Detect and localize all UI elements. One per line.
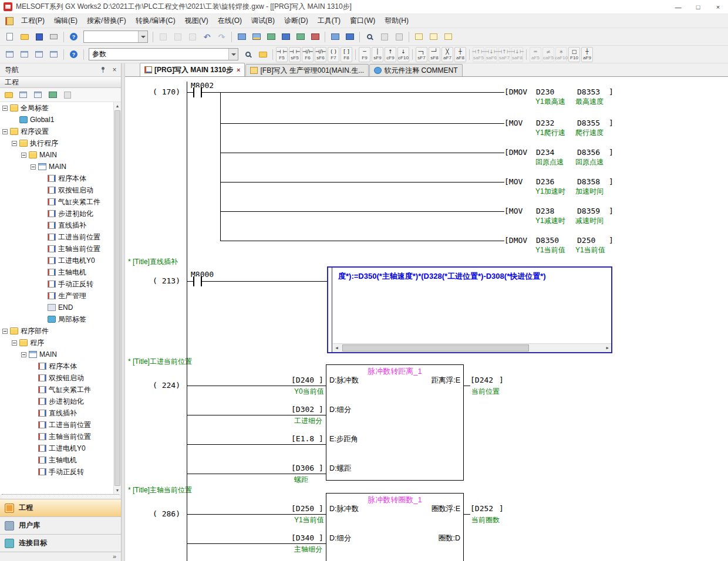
ladder-entry-sF7[interactable]: ─┐sF7 <box>416 47 427 62</box>
tree-item[interactable]: 工进电机Y0 <box>0 255 121 266</box>
menu-item[interactable]: 搜索/替换(F) <box>82 13 131 28</box>
instruction-source-operand[interactable]: D232 <box>536 119 554 128</box>
ladder-entry-sF9[interactable]: │sF9 <box>372 47 383 62</box>
copy-icon[interactable] <box>171 31 184 43</box>
tree-filter-icon[interactable] <box>60 89 74 102</box>
panel-expander[interactable]: » <box>0 552 121 561</box>
cross-reference-icon[interactable] <box>378 31 391 43</box>
instruction-source-operand[interactable]: D236 <box>536 177 554 187</box>
tree-item[interactable]: 主轴当前位置 <box>0 431 121 442</box>
instruction-dest-operand[interactable]: D8355 <box>577 119 600 128</box>
fb-input-operand[interactable]: D340 <box>291 533 314 543</box>
tree-expander[interactable] <box>31 164 36 170</box>
tree-expander[interactable] <box>21 153 26 158</box>
tab-fb-program[interactable]: [FB]写入 生产管理001(MAIN.生... <box>245 64 369 76</box>
menu-item[interactable]: 视图(V) <box>180 13 213 28</box>
nav-tab-user-library[interactable]: 用户库 <box>0 516 121 534</box>
tree-item[interactable]: 主轴当前位置 <box>0 243 121 255</box>
instruction-source-operand[interactable]: D238 <box>536 207 554 216</box>
ladder-entry-saF5[interactable]: ⊣↑⊢saF5 <box>473 47 484 62</box>
instruction-opcode[interactable]: MOV <box>504 207 523 216</box>
menu-item[interactable]: 编辑(E) <box>49 13 82 28</box>
scrollbar-thumb[interactable] <box>114 110 120 486</box>
parameter-combo[interactable]: 参数 <box>89 48 238 60</box>
docking-help-icon[interactable]: ? <box>67 48 80 61</box>
fb-input-operand[interactable]: D306 <box>291 464 314 473</box>
instruction-dest-operand[interactable]: D8356 <box>577 148 600 157</box>
tree-item[interactable]: 工进电机Y0 <box>0 442 121 454</box>
print-icon[interactable] <box>47 31 60 43</box>
tree-display-icon[interactable] <box>31 89 45 102</box>
scroll-up-icon[interactable]: ▲ <box>114 102 121 110</box>
function-block[interactable]: 脉冲数转距离_1 距离浮:E D:脉冲数D:细分E:步距角D:螺距 <box>326 364 464 481</box>
tree-refresh-icon[interactable] <box>46 89 59 102</box>
instruction-dest-operand[interactable]: D8353 <box>577 87 600 97</box>
tree-item[interactable]: 工进当前位置 <box>0 419 121 431</box>
menu-item[interactable]: 工具(T) <box>313 13 345 28</box>
tree-item[interactable]: 生产管理 <box>0 290 121 302</box>
tree-item[interactable]: 气缸夹紧工件 <box>0 384 121 396</box>
ladder-entry-sF8[interactable]: ─┘sF8 <box>429 47 440 62</box>
scroll-right-icon[interactable]: ▶ <box>604 344 611 352</box>
open-project-icon[interactable] <box>18 31 31 43</box>
ladder-entry-aF8[interactable]: ┼aF8 <box>454 47 466 62</box>
tree-item[interactable]: 手动正反转 <box>0 466 121 478</box>
fb-input-operand[interactable]: E1.8 <box>291 434 314 444</box>
tree-item[interactable]: 程序 <box>0 337 121 349</box>
tree-item[interactable]: 程序部件 <box>0 325 121 337</box>
ladder-entry-F5[interactable]: ⊣ ⊢F5 <box>276 47 288 62</box>
tab-close-icon[interactable]: × <box>237 66 240 73</box>
instruction-dest-operand[interactable]: D250 <box>577 236 595 245</box>
scroll-left-icon[interactable]: ◀ <box>333 344 341 352</box>
monitor-stop-icon[interactable] <box>308 31 322 43</box>
instruction-opcode[interactable]: DMOV <box>504 236 527 245</box>
fb-input-operand[interactable]: D240 <box>291 376 314 385</box>
tree-item[interactable]: 双按钮启动 <box>0 184 121 196</box>
element-selection-window-icon[interactable] <box>18 48 31 61</box>
scrollbar-thumb[interactable] <box>342 344 529 352</box>
plc-verify-icon[interactable] <box>264 31 278 43</box>
close-panel-icon[interactable]: × <box>110 66 119 74</box>
ladder-entry-F10[interactable]: □F10 <box>568 47 580 62</box>
tree-item[interactable]: 主轴电机 <box>0 454 121 466</box>
tree-item[interactable]: 步进初始化 <box>0 396 121 407</box>
ladder-entry-F8[interactable]: [ ]F8 <box>341 47 352 62</box>
tree-item[interactable]: 直线插补 <box>0 407 121 419</box>
entry-data-monitor-icon[interactable] <box>343 31 356 43</box>
ladder-editor[interactable]: ( 170) M8002 * [Title]直线插补 ( 213) M8000 … <box>125 77 728 561</box>
device-find-icon[interactable] <box>241 48 255 61</box>
open-header-icon[interactable] <box>256 48 269 61</box>
paste-icon[interactable] <box>186 31 199 43</box>
pin-icon[interactable] <box>100 66 107 73</box>
close-icon[interactable]: × <box>708 0 728 14</box>
ladder-entry-cF10[interactable]: ↓cF10 <box>397 47 409 62</box>
minimize-icon[interactable]: — <box>668 0 688 14</box>
instruction-opcode[interactable]: MOV <box>504 119 523 128</box>
ladder-entry-saF6[interactable]: ⊣↓⊢saF6 <box>486 47 497 62</box>
output-window-icon[interactable] <box>32 48 46 61</box>
function-block[interactable]: 脉冲数转圈数_1 圈数浮:E 圈数:D D:脉冲数D:细分 <box>326 493 464 561</box>
statement-display-icon[interactable] <box>427 31 440 43</box>
no-contact-symbol[interactable] <box>193 276 202 286</box>
device-list-icon[interactable] <box>392 31 406 43</box>
help-icon[interactable]: ? <box>67 31 80 43</box>
tree-expander[interactable] <box>21 352 26 357</box>
note-display-icon[interactable] <box>441 31 455 43</box>
redo-icon[interactable]: ↷ <box>215 31 228 43</box>
instruction-opcode[interactable]: DMOV <box>504 148 527 157</box>
ladder-entry-caF5[interactable]: ≠caF5 <box>542 47 554 62</box>
inline-st-box[interactable]: 度*):=D350(*主轴速度*)*(D328(*工进位置*)-D308(*快进… <box>327 266 612 353</box>
save-project-icon[interactable] <box>32 31 46 43</box>
ladder-entry-sF6[interactable]: ⊣/⊢sF6 <box>315 47 326 62</box>
ladder-entry-F6[interactable]: ⊣/⊢F6 <box>302 47 314 62</box>
fb-input-operand[interactable]: D302 <box>291 405 314 414</box>
ladder-entry-aF7[interactable]: ╳aF7 <box>441 47 453 62</box>
tree-item[interactable]: 步进初始化 <box>0 208 121 219</box>
tree-item[interactable]: END <box>0 302 121 313</box>
fb-output-operand[interactable]: D252 <box>470 504 493 513</box>
tree-item[interactable]: 程序本体 <box>0 173 121 184</box>
device-batch-monitor-icon[interactable] <box>328 31 342 43</box>
monitor-start-icon[interactable] <box>294 31 307 43</box>
fb-output-operand[interactable]: D242 <box>470 376 493 385</box>
menu-item[interactable]: 诊断(D) <box>279 13 313 28</box>
